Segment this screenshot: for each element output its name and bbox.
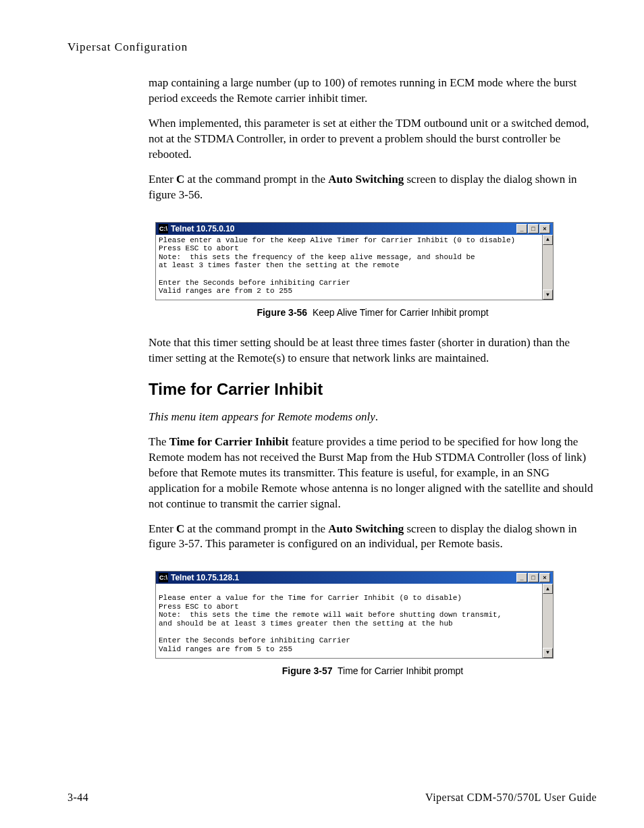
figure-3-57: C:\ Telnet 10.75.128.1 _ □ × Please ente… — [155, 571, 597, 658]
telnet-title-1: Telnet 10.75.0.10 — [171, 224, 235, 233]
figure-caption-2: Figure 3-57 Time for Carrier Inhibit pro… — [149, 665, 597, 676]
p3-text-c: at the command prompt in the — [184, 173, 328, 186]
p7-key: C — [176, 522, 184, 535]
paragraph-5: This menu item appears for Remote modems… — [149, 410, 597, 425]
page-number: 3-44 — [68, 792, 88, 804]
scroll-up-button[interactable]: ▲ — [543, 235, 553, 245]
p6-text-a: The — [149, 435, 169, 448]
p3-screen-name: Auto Switching — [328, 173, 404, 186]
telnet-titlebar-2: C:\ Telnet 10.75.128.1 _ □ × — [156, 572, 553, 584]
telnet-titlebar-1: C:\ Telnet 10.75.0.10 _ □ × — [156, 223, 553, 235]
figure-text-1: Keep Alive Timer for Carrier Inhibit pro… — [313, 307, 489, 318]
paragraph-6: The Time for Carrier Inhibit feature pro… — [149, 435, 597, 512]
telnet-window-1: C:\ Telnet 10.75.0.10 _ □ × Please enter… — [155, 222, 554, 300]
close-button-2[interactable]: × — [539, 573, 550, 582]
telnet-title-2: Telnet 10.75.128.1 — [171, 573, 239, 582]
telnet-body-2: Please enter a value for the Time for Ca… — [156, 584, 553, 657]
minimize-button[interactable]: _ — [516, 224, 527, 233]
p3-key: C — [176, 173, 184, 186]
p6-feature-name: Time for Carrier Inhibit — [169, 435, 289, 448]
figure-caption-1: Figure 3-56 Keep Alive Timer for Carrier… — [149, 307, 597, 318]
telnet-window-2: C:\ Telnet 10.75.128.1 _ □ × Please ente… — [155, 571, 554, 658]
scroll-down-button-2[interactable]: ▼ — [543, 648, 553, 658]
scrollbar[interactable]: ▲▼ — [542, 235, 553, 300]
figure-label-2: Figure 3-57 — [282, 665, 333, 676]
figure-3-56: C:\ Telnet 10.75.0.10 _ □ × Please enter… — [155, 222, 597, 300]
scrollbar-2[interactable]: ▲▼ — [542, 584, 553, 657]
paragraph-4: Note that this timer setting should be a… — [149, 335, 597, 366]
paragraph-7: Enter C at the command prompt in the Aut… — [149, 522, 597, 553]
maximize-button-2[interactable]: □ — [528, 573, 539, 582]
paragraph-2: When implemented, this parameter is set … — [149, 116, 597, 163]
figure-text-2: Time for Carrier Inhibit prompt — [338, 665, 463, 676]
p5-period: . — [375, 410, 378, 423]
scroll-down-button[interactable]: ▼ — [543, 289, 553, 300]
paragraph-3: Enter C at the command prompt in the Aut… — [149, 172, 597, 203]
scroll-up-button-2[interactable]: ▲ — [543, 584, 553, 594]
close-button[interactable]: × — [539, 224, 550, 233]
section-heading: Time for Carrier Inhibit — [149, 380, 597, 399]
telnet-text-2: Please enter a value for the Time for Ca… — [159, 594, 502, 653]
page-footer: 3-44 Vipersat CDM-570/570L User Guide — [68, 792, 597, 804]
running-header: Vipersat Configuration — [68, 40, 597, 54]
cmd-icon-2: C:\ — [159, 573, 168, 582]
telnet-text-1: Please enter a value for the Keep Alive … — [159, 236, 515, 296]
p7-screen-name: Auto Switching — [328, 522, 404, 535]
p3-text-a: Enter — [149, 173, 176, 186]
page-content: map containing a large number (up to 100… — [149, 76, 597, 676]
p5-italic: This menu item appears for Remote modems… — [149, 410, 375, 423]
p7-text-a: Enter — [149, 522, 176, 535]
footer-doc-title: Vipersat CDM-570/570L User Guide — [425, 792, 597, 804]
paragraph-1: map containing a large number (up to 100… — [149, 76, 597, 107]
figure-label-1: Figure 3-56 — [257, 307, 307, 318]
minimize-button-2[interactable]: _ — [516, 573, 527, 582]
telnet-body-1: Please enter a value for the Keep Alive … — [156, 235, 553, 300]
maximize-button[interactable]: □ — [528, 224, 539, 233]
cmd-icon: C:\ — [159, 224, 168, 233]
p7-text-c: at the command prompt in the — [184, 522, 328, 535]
